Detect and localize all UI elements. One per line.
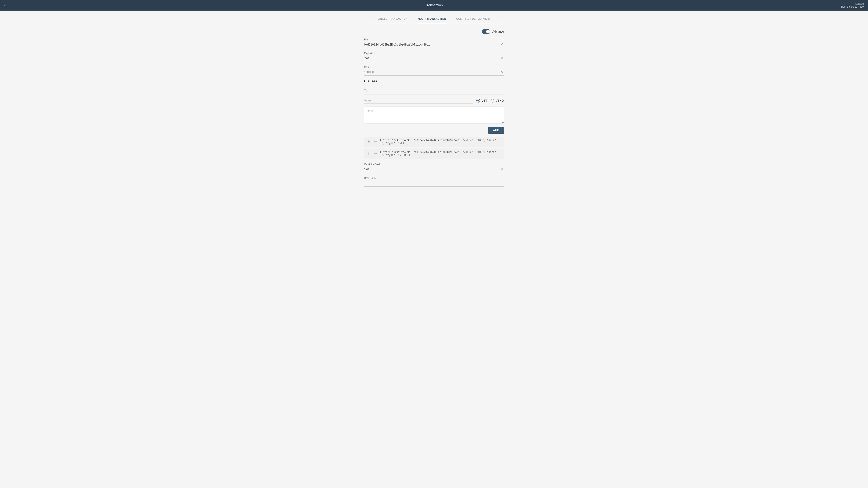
currency-radio-group: VET VTHO: [476, 99, 504, 102]
vet-label: VET: [482, 99, 487, 102]
clauses-section: Clauses VET VTHO ADD: [364, 79, 504, 159]
vet-radio-option[interactable]: VET: [476, 99, 487, 102]
clause-value-row: VET VTHO: [364, 97, 504, 104]
clause-edit-button-1[interactable]: ✏: [373, 152, 378, 156]
gas-input-row: ✕: [364, 69, 504, 76]
advance-toggle[interactable]: [482, 29, 490, 34]
header-left: ⌂ ‹: [4, 3, 11, 7]
gas-price-coef-clear-button[interactable]: ✕: [499, 167, 504, 171]
vtho-label: VTHO: [496, 99, 504, 102]
main-content: SINGLE TRANSACTION MULTI-TRANSACTION CON…: [360, 10, 508, 199]
clause-delete-button-1[interactable]: 🗑: [367, 152, 371, 156]
clauses-title: Clauses: [364, 79, 504, 83]
clause-to-input[interactable]: [364, 88, 504, 93]
best-block-label: Best Block: 127,819: [841, 5, 864, 8]
tab-single-transaction[interactable]: SINGLE TRANSACTION: [377, 15, 408, 23]
tab-multi-transaction[interactable]: MULTI-TRANSACTION: [417, 15, 447, 23]
clause-item-1: 🗑 ✏ { "to": "0x4f6fc409e152d33843cf4982d…: [364, 149, 504, 159]
clause-item: 🗑 ✏ { "to": "0x4f6fc409e152d33843cf4982d…: [364, 137, 504, 147]
gas-price-coef-input[interactable]: [364, 167, 499, 172]
clause-data-textarea[interactable]: [364, 106, 504, 124]
vtho-radio-option[interactable]: VTHO: [491, 99, 504, 102]
synced-label: Synced: [841, 2, 864, 5]
clause-delete-button-0[interactable]: 🗑: [367, 139, 371, 144]
expiration-input[interactable]: [364, 56, 499, 61]
gas-clear-button[interactable]: ✕: [499, 70, 504, 74]
sync-status: Synced Best Block: 127,819: [841, 2, 864, 8]
best-block-field-label: Best Block: [364, 177, 504, 180]
expiration-input-row: ✕: [364, 56, 504, 62]
gas-label: Gas: [364, 66, 504, 69]
home-icon[interactable]: ⌂: [4, 3, 6, 7]
best-block-input-row: [364, 181, 504, 187]
from-input-row: ✕: [364, 42, 504, 48]
vet-radio-circle: [476, 99, 480, 102]
page-title: Transaction: [425, 3, 443, 7]
expiration-field-group: Expiration ✕: [364, 52, 504, 62]
from-field-group: From ✕: [364, 38, 504, 48]
gas-input[interactable]: [364, 69, 499, 74]
expiration-label: Expiration: [364, 52, 504, 55]
best-block-input[interactable]: [364, 181, 504, 186]
back-icon[interactable]: ‹: [10, 3, 11, 7]
clause-to-row: [364, 87, 504, 94]
add-button-row: ADD: [364, 127, 504, 134]
vtho-radio-circle: [491, 99, 494, 102]
tab-contract-deployment[interactable]: CONTRACT DEPLOYMENT: [456, 15, 491, 23]
advance-label: Advance: [493, 30, 504, 33]
gas-price-coef-label: GasPriceCoef: [364, 163, 504, 166]
clause-item-text-1: { "to": "0x4f6fc409e152d33843cf4982d414c…: [380, 151, 501, 157]
expiration-clear-button[interactable]: ✕: [499, 57, 504, 60]
add-clause-button[interactable]: ADD: [488, 127, 504, 134]
clause-edit-button-0[interactable]: ✏: [373, 139, 378, 144]
gas-price-coef-field-group: GasPriceCoef ✕: [364, 163, 504, 173]
gas-price-coef-input-row: ✕: [364, 167, 504, 173]
clause-list: 🗑 ✏ { "to": "0x4f6fc409e152d33843cf4982d…: [364, 137, 504, 159]
clause-item-text-0: { "to": "0x4f6fc409e152d33843cf4982d414c…: [380, 139, 501, 145]
tab-bar: SINGLE TRANSACTION MULTI-TRANSACTION CON…: [364, 15, 504, 23]
clause-value-input[interactable]: [364, 97, 473, 104]
from-input[interactable]: [364, 42, 499, 47]
header: ⌂ ‹ Transaction Synced Best Block: 127,8…: [0, 0, 868, 10]
from-label: From: [364, 38, 504, 41]
from-clear-button[interactable]: ✕: [499, 43, 504, 46]
advance-toggle-row: Advance: [364, 29, 504, 34]
best-block-field-group: Best Block: [364, 177, 504, 187]
gas-field-group: Gas ✕: [364, 66, 504, 76]
